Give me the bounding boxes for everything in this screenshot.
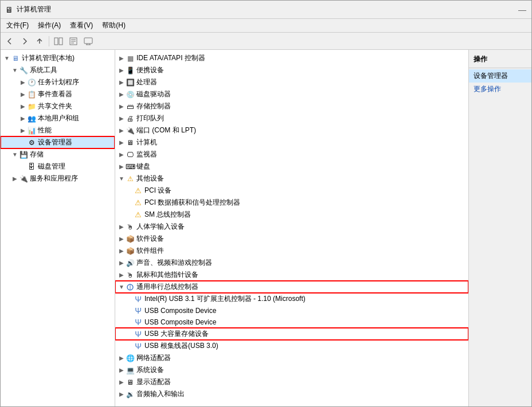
right-panel-device-manager[interactable]: 设备管理器 [469,69,531,83]
center-sys-dev[interactable]: ▶ 💻 系统设备 [115,364,468,376]
left-tree-sys-tools[interactable]: ▼ 🔧 系统工具 [1,64,115,76]
center-usb-comp2[interactable]: Ψ USB Composite Device [115,316,468,328]
left-tree-performance[interactable]: ▶ 📊 性能 [1,124,115,136]
left-tree-scheduler[interactable]: ▶ 🕐 任务计划程序 [1,76,115,88]
show-hide-button[interactable] [52,35,65,48]
expand-root[interactable]: ▼ [3,54,11,62]
expand-hw-dev[interactable]: ▶ [118,235,126,243]
mouse-icon: 🖱 [126,271,135,280]
center-usb-intel[interactable]: Ψ Intel(R) USB 3.1 可扩展主机控制器 - 1.10 (Micr… [115,293,468,305]
expand-mouse[interactable]: ▶ [118,271,126,279]
expand-processor[interactable]: ▶ [118,79,126,87]
expand-sys-tools[interactable]: ▼ [11,66,19,75]
expand-network-adapter[interactable]: ▶ [118,354,126,362]
center-pci-capture[interactable]: ⚠ PCI 数据捕获和信号处理控制器 [115,197,468,209]
left-tree-local-users[interactable]: ▶ 👥 本地用户和组 [1,112,115,124]
expand-keyboard[interactable]: ▶ [118,163,126,171]
expand-local-users[interactable]: ▶ [19,115,27,123]
center-network-adapter[interactable]: ▶ 🌐 网络适配器 [115,352,468,364]
menu-help[interactable]: 帮助(H) [99,19,129,32]
left-tree-event-viewer[interactable]: ▶ 📋 事件查看器 [1,88,115,100]
center-usb-mass[interactable]: Ψ USB 大容量存储设备 [115,328,468,340]
center-computer-label: 计算机 [136,138,157,147]
center-harddisk[interactable]: ▶ 💿 磁盘驱动器 [115,88,468,100]
center-mouse[interactable]: ▶ 🖱 鼠标和其他指针设备 [115,269,468,281]
expand-event-viewer[interactable]: ▶ [19,91,27,99]
menu-file[interactable]: 文件(F) [3,19,32,32]
expand-computer[interactable]: ▶ [118,139,126,147]
center-pci-dev[interactable]: ⚠ PCI 设备 [115,185,468,197]
expand-com-lpt[interactable]: ▶ [118,127,126,135]
center-other-devices[interactable]: ▼ ⚠ 其他设备 [115,173,468,185]
back-button[interactable] [3,35,17,48]
svg-rect-1 [59,38,62,45]
expand-storage[interactable]: ▼ [11,151,19,159]
center-usb-hub[interactable]: Ψ USB 根集线器(USB 3.0) [115,340,468,352]
left-tree-device-manager[interactable]: ⚙ 设备管理器 [1,136,115,148]
expand-services[interactable]: ▶ [11,175,19,183]
gear-icon: ⚙ [27,138,36,147]
center-panel: ▶ ▦ IDE ATA/ATAPI 控制器 ▶ 📱 便携设备 ▶ 🔲 处理器 ▶… [115,50,468,406]
sw-icon: 📦 [126,234,135,244]
expand-performance[interactable]: ▶ [19,127,27,135]
center-keyboard[interactable]: ▶ ⌨ 键盘 [115,161,468,173]
center-sound[interactable]: ▶ 🔊 声音、视频和游戏控制器 [115,257,468,269]
right-panel-more-actions[interactable]: 更多操作 [469,83,531,96]
monitor-button[interactable] [81,35,95,48]
forward-button[interactable] [18,35,32,48]
expand-sw-comp[interactable]: ▶ [118,247,126,255]
center-storage-ctrl[interactable]: ▶ 🗃 存储控制器 [115,100,468,112]
chart-icon: 📊 [27,126,36,135]
center-monitor[interactable]: ▶ 🖵 监视器 [115,148,468,161]
expand-sound[interactable]: ▶ [118,259,126,267]
center-sw-comp[interactable]: ▶ 📦 软件组件 [115,245,468,257]
expand-audio-io[interactable]: ▶ [118,390,126,398]
expand-scheduler[interactable]: ▶ [19,79,27,87]
center-sm-bus[interactable]: ⚠ SM 总线控制器 [115,209,468,221]
center-sound-label: 声音、视频和游戏控制器 [136,258,212,268]
expand-device-manager [19,139,27,147]
center-usb-ctrl-label: 通用串行总线控制器 [136,282,198,292]
left-tree-shared-folders[interactable]: ▶ 📁 共享文件夹 [1,100,115,112]
center-sm-bus-label: SM 总线控制器 [144,210,191,220]
center-processor[interactable]: ▶ 🔲 处理器 [115,76,468,88]
cpu-icon: 🔲 [126,78,135,87]
main-content: ▼ 🖥 计算机管理(本地) ▼ 🔧 系统工具 ▶ 🕐 任务计划程序 ▶ 📋 事件… [1,50,531,406]
expand-shared-folders[interactable]: ▶ [19,103,27,111]
expand-hid[interactable]: ▶ [118,223,126,231]
center-print-queue[interactable]: ▶ 🖨 打印队列 [115,112,468,124]
expand-other-devices[interactable]: ▼ [118,175,126,183]
menu-view[interactable]: 查看(V) [66,19,96,32]
expand-usb-comp1 [126,307,134,315]
expand-monitor[interactable]: ▶ [118,151,126,159]
left-tree-disk-mgmt[interactable]: 🗄 磁盘管理 [1,161,115,173]
center-hw-dev[interactable]: ▶ 📦 软件设备 [115,233,468,245]
expand-display[interactable]: ▶ [118,378,126,386]
center-ide[interactable]: ▶ ▦ IDE ATA/ATAPI 控制器 [115,52,468,64]
expand-ide[interactable]: ▶ [118,54,126,62]
expand-sys-dev[interactable]: ▶ [118,366,126,374]
menu-action[interactable]: 操作(A) [34,19,64,32]
center-hid[interactable]: ▶ 🖱 人体学输入设备 [115,221,468,233]
center-usb-ctrl[interactable]: ▼ 通用串行总线控制器 [115,281,468,293]
properties-button[interactable] [66,35,80,48]
expand-print-queue[interactable]: ▶ [118,115,126,123]
up-button[interactable] [33,35,46,48]
expand-harddisk[interactable]: ▶ [118,91,126,99]
left-tree-root[interactable]: ▼ 🖥 计算机管理(本地) [1,52,115,64]
expand-portable[interactable]: ▶ [118,66,126,75]
left-tree-services-label: 服务和应用程序 [30,174,78,183]
expand-usb-ctrl[interactable]: ▼ [118,283,126,291]
expand-storage-ctrl[interactable]: ▶ [118,103,126,111]
center-computer[interactable]: ▶ 🖥 计算机 [115,136,468,148]
minimize-button[interactable]: — [518,6,527,13]
center-usb-comp1[interactable]: Ψ USB Composite Device [115,305,468,316]
center-portable[interactable]: ▶ 📱 便携设备 [115,64,468,76]
center-display[interactable]: ▶ 🖥 显示适配器 [115,376,468,388]
left-tree-storage[interactable]: ▼ 💾 存储 [1,148,115,161]
center-com-lpt[interactable]: ▶ 🔌 端口 (COM 和 LPT) [115,124,468,136]
center-monitor-label: 监视器 [136,150,157,159]
center-audio-io[interactable]: ▶ 🔉 音频输入和输出 [115,388,468,400]
center-other-devices-label: 其他设备 [136,174,164,183]
left-tree-services[interactable]: ▶ 🔌 服务和应用程序 [1,173,115,185]
